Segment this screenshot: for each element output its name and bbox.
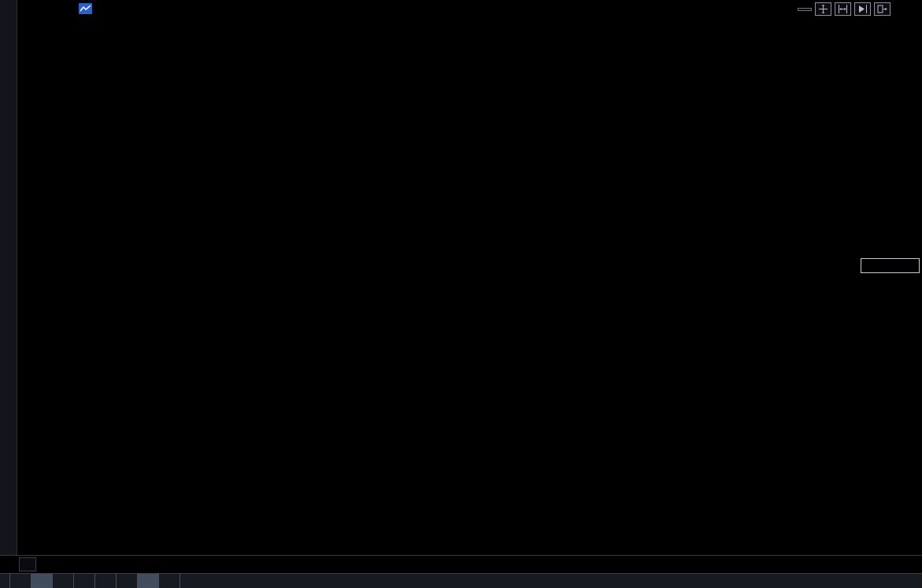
tab-save-template[interactable] (138, 574, 159, 588)
date-axis-row (0, 555, 922, 573)
theme-dropdown-button[interactable] (798, 8, 812, 11)
line-chart-icon (79, 3, 92, 14)
chart-canvas[interactable] (0, 0, 922, 588)
tab-template[interactable] (31, 574, 53, 588)
tab-macd[interactable] (95, 574, 117, 588)
tab-indicator[interactable] (9, 574, 31, 588)
axis-range-icon[interactable] (835, 2, 851, 16)
chart-header (69, 3, 120, 14)
bottom-tabbar (0, 573, 922, 588)
top-toolbar (798, 2, 891, 16)
crosshair-icon[interactable] (815, 2, 831, 16)
left-sidebar (0, 0, 17, 555)
tab-boll[interactable] (117, 574, 138, 588)
tab-vip-indicator[interactable] (53, 574, 74, 588)
period-button[interactable] (19, 557, 36, 571)
last-price-marker (861, 258, 920, 273)
play-axis-icon[interactable] (854, 2, 871, 16)
tab-manage-template[interactable] (159, 574, 180, 588)
tab-standard[interactable] (74, 574, 95, 588)
pan-right-icon[interactable] (874, 2, 891, 16)
